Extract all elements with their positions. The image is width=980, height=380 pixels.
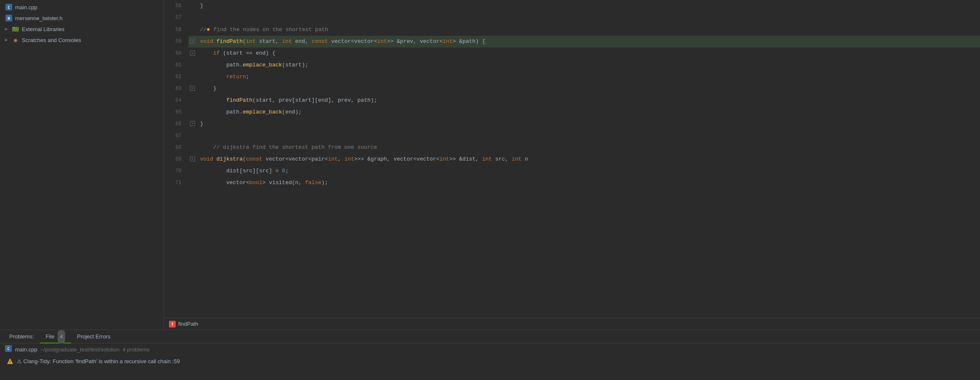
tab-file[interactable]: File 4 xyxy=(40,330,71,343)
table-row: 61 path.emplace_back(start); xyxy=(164,59,980,71)
svg-text:H: H xyxy=(8,16,10,21)
sidebar-item-main-cpp-label: main.cpp xyxy=(15,4,37,11)
fold-col xyxy=(188,95,197,106)
sidebar-item-mersenne-label: mersenne_twister.h xyxy=(15,15,63,21)
bottom-toolbar-btn[interactable]: ! xyxy=(5,356,15,366)
problem-file-icon: C xyxy=(5,345,12,354)
line-number: 60 xyxy=(164,48,188,59)
code-cell: findPath(start, prev[start][end], prev, … xyxy=(197,95,980,106)
function-icon: f xyxy=(169,321,176,327)
code-cell: void dijkstra(const vector<vector<pair<i… xyxy=(197,153,980,165)
table-row: 69 ▾ void dijkstra(const vector<vector<p… xyxy=(164,153,980,165)
code-cell: } xyxy=(197,118,980,130)
fold-col: ▾ xyxy=(188,36,197,48)
code-cell: // dijkstra find the shortest path from … xyxy=(197,142,980,153)
table-row: 58 //● find the nodes on the shortest pa… xyxy=(164,24,980,36)
cpp-file-icon: C xyxy=(5,3,13,11)
fold-col: ▾ xyxy=(188,48,197,59)
tab-problems[interactable]: Problems: xyxy=(3,330,40,343)
breadcrumb-label: findPath xyxy=(178,321,198,327)
code-cell: } xyxy=(197,83,980,95)
line-number: 57 xyxy=(164,12,188,24)
table-row: 68 // dijkstra find the shortest path fr… xyxy=(164,142,980,153)
fold-button[interactable]: ▾ xyxy=(190,121,195,126)
file-badge: 4 xyxy=(58,330,65,343)
code-cell: return; xyxy=(197,71,980,83)
table-row: 67 xyxy=(164,130,980,142)
fold-button[interactable]: ▾ xyxy=(190,50,195,55)
problem-count: 4 problems xyxy=(122,346,149,353)
scratches-icon: ◉ xyxy=(12,36,19,44)
sidebar-item-mersenne[interactable]: H mersenne_twister.h xyxy=(0,13,163,24)
line-number: 68 xyxy=(164,142,188,153)
fold-button[interactable]: ▾ xyxy=(190,156,195,161)
tab-problems-label: Problems: xyxy=(9,333,34,340)
fold-col xyxy=(188,130,197,142)
fold-col xyxy=(188,142,197,153)
list-item[interactable]: C main.cpp ~/postgraduate_test/test/solu… xyxy=(0,343,980,355)
sidebar-item-scratches[interactable]: ▶ ◉ Scratches and Consoles xyxy=(0,34,163,45)
fold-col xyxy=(188,24,197,36)
sidebar-item-main-cpp[interactable]: C main.cpp xyxy=(0,2,163,13)
line-number: 58 xyxy=(164,24,188,36)
sidebar-item-external-libraries-label: External Libraries xyxy=(22,26,64,32)
code-cell xyxy=(197,130,980,142)
line-number: 59 xyxy=(164,36,188,48)
code-cell: dist[src][src] = 0; xyxy=(197,165,980,177)
code-area[interactable]: 56 } 57 58 //● find the nodes on t xyxy=(164,0,980,318)
line-number: 65 xyxy=(164,106,188,118)
problem-text: main.cpp ~/postgraduate_test/test/soluti… xyxy=(15,346,150,353)
breadcrumb: f findPath xyxy=(164,318,980,330)
line-number: 64 xyxy=(164,95,188,106)
table-row: 63 ▾ } xyxy=(164,83,980,95)
svg-text:C: C xyxy=(8,5,10,10)
code-cell: path.emplace_back(end); xyxy=(197,106,980,118)
svg-rect-5 xyxy=(12,27,15,28)
code-cell: void findPath(int start, int end, const … xyxy=(197,36,980,48)
chevron-right-icon-scratches: ▶ xyxy=(5,37,10,42)
fold-col xyxy=(188,71,197,83)
sidebar-item-scratches-label: Scratches and Consoles xyxy=(22,37,81,43)
code-cell: if (start == end) { xyxy=(197,48,980,59)
line-number: 71 xyxy=(164,177,188,189)
code-cell: //● find the nodes on the shortest path xyxy=(197,24,980,36)
tab-project-errors[interactable]: Project Errors xyxy=(71,330,116,343)
sidebar-item-external-libraries[interactable]: ▶ External Libraries xyxy=(0,24,163,34)
line-number: 63 xyxy=(164,83,188,95)
line-number: 62 xyxy=(164,71,188,83)
h-file-icon: H xyxy=(5,14,13,22)
fold-col: ▾ xyxy=(188,83,197,95)
problem-filename: main.cpp xyxy=(15,346,37,353)
fold-col xyxy=(188,106,197,118)
table-row: 60 ▾ if (start == end) { xyxy=(164,48,980,59)
fold-col: ▾ xyxy=(188,153,197,165)
table-row: 70 dist[src][src] = 0; xyxy=(164,165,980,177)
code-cell xyxy=(197,12,980,24)
fold-button[interactable]: ▾ xyxy=(190,86,195,91)
code-cell: vector<bool> visited(n, false); xyxy=(197,177,980,189)
warning-row[interactable]: ! ⚠ Clang-Tidy: Function 'findPath' is w… xyxy=(0,355,980,367)
table-row: 65 path.emplace_back(end); xyxy=(164,106,980,118)
table-row: 57 xyxy=(164,12,980,24)
table-row: 56 } xyxy=(164,0,980,12)
warning-message: ⚠ Clang-Tidy: Function 'findPath' is wit… xyxy=(17,358,180,364)
fold-button[interactable]: ▾ xyxy=(190,39,195,44)
tab-project-errors-label: Project Errors xyxy=(77,333,110,340)
table-row: 59 ▾ void findPath(int start, int end, c… xyxy=(164,36,980,48)
tab-file-label: File xyxy=(46,333,55,340)
fold-col xyxy=(188,177,197,189)
fold-col xyxy=(188,59,197,71)
chevron-right-icon: ▶ xyxy=(5,26,10,32)
bottom-tabs: Problems: File 4 Project Errors xyxy=(0,330,980,343)
fold-col xyxy=(188,0,197,12)
table-row: 64 findPath(start, prev[start][end], pre… xyxy=(164,95,980,106)
editor: 56 } 57 58 //● find the nodes on t xyxy=(164,0,980,330)
bottom-content: C main.cpp ~/postgraduate_test/test/solu… xyxy=(0,343,980,380)
line-number: 56 xyxy=(164,0,188,12)
bottom-panel: Problems: File 4 Project Errors C main.c… xyxy=(0,330,980,380)
svg-text:!: ! xyxy=(9,360,11,364)
table-row: 66 ▾ } xyxy=(164,118,980,130)
table-row: 62 return; xyxy=(164,71,980,83)
line-number: 61 xyxy=(164,59,188,71)
svg-text:C: C xyxy=(8,347,10,351)
